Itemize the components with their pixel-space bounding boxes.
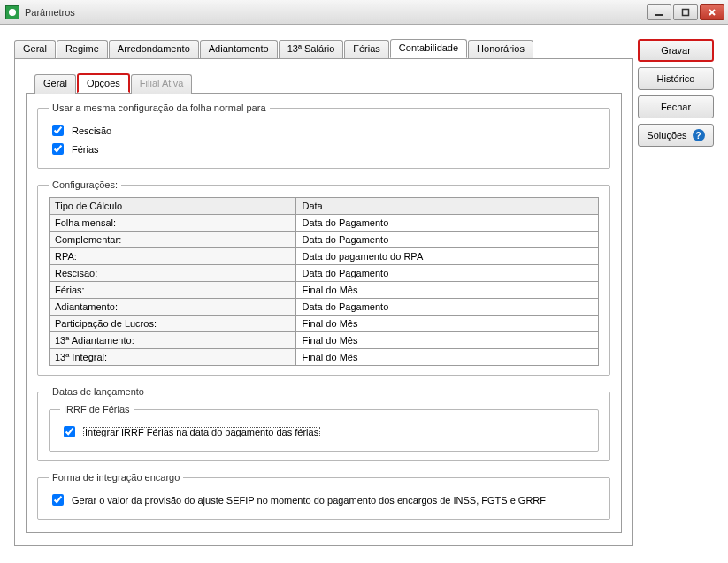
group-configuracoes: Configurações: Tipo de Cálculo Data Folh… xyxy=(37,179,610,376)
group-irrf-ferias: IRRF de Férias Integrar IRRF Férias na d… xyxy=(49,404,599,452)
close-icon xyxy=(708,8,717,17)
tab-arredondamento[interactable]: Arredondamento xyxy=(109,40,199,59)
cell-data[interactable]: Data do Pagamento xyxy=(296,232,599,248)
subtab-filial-label: Filial Ativa xyxy=(140,78,184,88)
tab-geral[interactable]: Geral xyxy=(14,40,56,59)
cell-tipo: RPA: xyxy=(50,248,296,265)
tab-regime[interactable]: Regime xyxy=(57,40,108,59)
tab-ferias[interactable]: Férias xyxy=(344,40,389,59)
minimize-icon xyxy=(655,8,663,17)
window-title: Parâmetros xyxy=(25,7,647,18)
solucoes-button[interactable]: Soluções ? xyxy=(638,124,714,147)
cell-data[interactable]: Data do pagamento do RPA xyxy=(296,248,599,265)
help-icon: ? xyxy=(693,129,705,141)
cell-data[interactable]: Final do Mês xyxy=(296,332,599,349)
gravar-button[interactable]: Gravar xyxy=(638,39,714,62)
cell-tipo: Participação de Lucros: xyxy=(50,316,296,332)
group-integracao-encargo: Forma de integração encargo Gerar o valo… xyxy=(37,472,610,520)
subtab-filial-ativa: Filial Ativa xyxy=(131,74,193,94)
tab-13-salario-label: 13ª Salário xyxy=(287,43,335,54)
cell-data[interactable]: Data do Pagamento xyxy=(296,265,599,282)
cell-tipo: Férias: xyxy=(50,282,296,299)
checkbox-provisao-sefip[interactable] xyxy=(52,494,64,506)
tab-contabilidade-label: Contabilidade xyxy=(399,42,458,53)
checkbox-irrf-ferias-label: Integrar IRRF Férias na data do pagament… xyxy=(83,427,320,437)
table-row: Folha mensal:Data do Pagamento xyxy=(50,215,599,232)
tab-arredondamento-label: Arredondamento xyxy=(118,43,190,54)
cell-data[interactable]: Data do Pagamento xyxy=(296,215,599,232)
maximize-button[interactable] xyxy=(673,4,698,20)
tab-honorarios-label: Honorários xyxy=(477,43,525,54)
titlebar: Parâmetros xyxy=(0,0,728,25)
group-datas-legend: Datas de lançamento xyxy=(49,386,148,397)
main-tabstrip: Geral Regime Arredondamento Adiantamento… xyxy=(14,39,633,58)
table-row: Férias:Final do Mês xyxy=(50,282,599,299)
checkbox-ferias[interactable] xyxy=(52,143,64,155)
checkbox-ferias-label: Férias xyxy=(72,144,99,155)
solucoes-label: Soluções xyxy=(647,130,686,141)
subtab-opcoes-label: Opções xyxy=(87,78,120,88)
cell-data[interactable]: Final do Mês xyxy=(296,349,599,366)
tab-adiantamento-label: Adiantamento xyxy=(209,43,269,54)
tab-adiantamento[interactable]: Adiantamento xyxy=(200,40,278,59)
subtab-body-opcoes: Usar a mesma configuração da folha norma… xyxy=(26,93,622,533)
config-header-tipo: Tipo de Cálculo xyxy=(50,198,296,215)
historico-label: Histórico xyxy=(657,73,695,84)
table-row: RPA:Data do pagamento do RPA xyxy=(50,248,599,265)
group-mesma-config-legend: Usar a mesma configuração da folha norma… xyxy=(49,103,270,113)
tab-honorarios[interactable]: Honorários xyxy=(468,40,533,59)
cell-tipo: 13ª Integral: xyxy=(50,349,296,366)
subtab-geral-label: Geral xyxy=(43,78,67,88)
table-row: Adiantamento:Data do Pagamento xyxy=(50,299,599,316)
cell-data[interactable]: Data do Pagamento xyxy=(296,299,599,316)
config-table: Tipo de Cálculo Data Folha mensal:Data d… xyxy=(49,197,599,366)
cell-data[interactable]: Final do Mês xyxy=(296,282,599,299)
checkbox-irrf-ferias[interactable] xyxy=(64,426,75,437)
window-controls xyxy=(647,4,724,20)
table-row: 13ª Integral:Final do Mês xyxy=(50,349,599,366)
svg-rect-1 xyxy=(683,9,689,15)
table-row: 13ª Adiantamento:Final do Mês xyxy=(50,332,599,349)
tab-geral-label: Geral xyxy=(23,43,47,54)
sub-tabstrip: Geral Opções Filial Ativa xyxy=(34,73,622,93)
group-mesma-config: Usar a mesma configuração da folha norma… xyxy=(37,103,610,169)
checkbox-rescisao-label: Rescisão xyxy=(72,126,111,136)
config-header-data: Data xyxy=(296,198,599,215)
table-row: Rescisão:Data do Pagamento xyxy=(50,265,599,282)
table-row: Participação de Lucros:Final do Mês xyxy=(50,316,599,332)
tab-13-salario[interactable]: 13ª Salário xyxy=(279,40,344,59)
maximize-icon xyxy=(681,8,690,17)
subtab-geral[interactable]: Geral xyxy=(34,74,76,94)
table-row: Complementar:Data do Pagamento xyxy=(50,232,599,248)
fechar-label: Fechar xyxy=(661,102,691,112)
cell-tipo: Adiantamento: xyxy=(50,299,296,316)
group-datas-lancamento: Datas de lançamento IRRF de Férias Integ… xyxy=(37,386,610,461)
gravar-label: Gravar xyxy=(661,45,691,56)
cell-tipo: Rescisão: xyxy=(50,265,296,282)
close-button[interactable] xyxy=(700,4,724,20)
group-configuracoes-legend: Configurações: xyxy=(49,179,121,190)
historico-button[interactable]: Histórico xyxy=(638,67,714,90)
checkbox-rescisao[interactable] xyxy=(52,125,64,136)
checkbox-provisao-sefip-label: Gerar o valor da provisão do ajuste SEFI… xyxy=(72,495,546,506)
tab-ferias-label: Férias xyxy=(353,43,380,54)
side-buttons: Gravar Histórico Fechar Soluções ? xyxy=(638,39,714,147)
cell-tipo: 13ª Adiantamento: xyxy=(50,332,296,349)
group-encargo-legend: Forma de integração encargo xyxy=(49,472,183,483)
tab-regime-label: Regime xyxy=(65,43,99,54)
tab-body-contabilidade: Geral Opções Filial Ativa Usar a mesma c… xyxy=(14,58,633,546)
subtab-opcoes[interactable]: Opções xyxy=(77,73,130,93)
minimize-button[interactable] xyxy=(647,4,671,20)
group-irrf-legend: IRRF de Férias xyxy=(60,404,134,415)
fechar-button[interactable]: Fechar xyxy=(638,95,714,118)
cell-tipo: Folha mensal: xyxy=(50,215,296,232)
app-icon xyxy=(5,5,19,19)
cell-data[interactable]: Final do Mês xyxy=(296,316,599,332)
cell-tipo: Complementar: xyxy=(50,232,296,248)
tab-contabilidade[interactable]: Contabilidade xyxy=(390,39,467,58)
